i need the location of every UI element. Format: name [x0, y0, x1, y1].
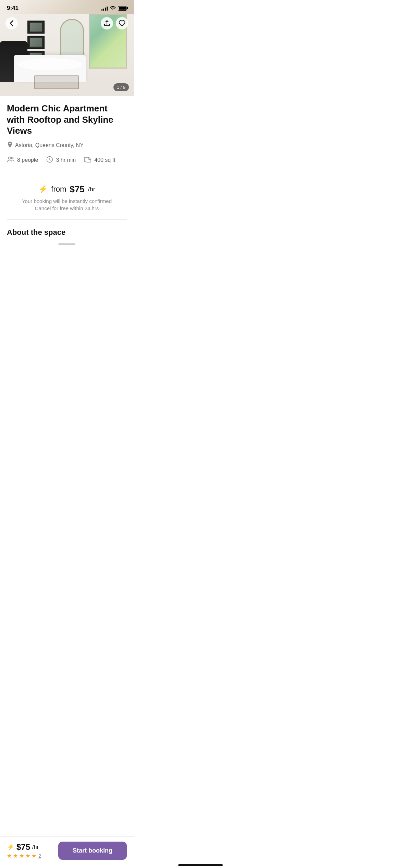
image-counter: 1 / 9	[113, 83, 129, 91]
about-title: About the space	[7, 228, 127, 237]
spec-area-text: 400 sq ft	[94, 157, 115, 163]
favorite-button[interactable]	[116, 17, 128, 29]
svg-point-1	[12, 157, 13, 159]
cancel-policy-text: Cancel for free within 24 hrs	[14, 205, 120, 211]
people-icon	[7, 156, 14, 164]
signal-icon	[101, 6, 108, 11]
svg-point-0	[9, 157, 11, 159]
spec-people: 8 people	[7, 156, 38, 164]
price-unit: /hr	[88, 186, 95, 193]
price-from-label: from	[51, 185, 66, 194]
about-section: About the space	[7, 228, 127, 278]
location-text: Astoria, Queens County, NY	[15, 142, 84, 148]
status-icons	[101, 5, 127, 11]
spec-people-text: 8 people	[17, 157, 38, 163]
status-time: 9:41	[7, 5, 19, 12]
hero-image	[0, 0, 134, 96]
listing-location: Astoria, Queens County, NY	[7, 141, 127, 150]
hero-image-container: 1 / 9	[0, 0, 134, 96]
price-value: $75	[70, 184, 84, 195]
spec-duration-text: 3 hr min	[56, 157, 76, 163]
divider-2	[7, 219, 127, 220]
instant-confirm-text: Your booking will be instantly confirmed	[14, 198, 120, 204]
lightning-icon: ⚡	[38, 185, 48, 194]
listing-title: Modern Chic Apartment with Rooftop and S…	[7, 103, 127, 136]
spec-area: 400 sq ft	[84, 156, 115, 165]
pricing-section: ⚡ from $75 /hr Your booking will be inst…	[7, 181, 127, 219]
wifi-icon	[110, 5, 116, 11]
location-icon	[7, 141, 13, 150]
status-bar: 9:41	[0, 0, 134, 14]
battery-icon	[118, 6, 127, 11]
share-button[interactable]	[101, 17, 113, 29]
back-button[interactable]	[5, 17, 18, 29]
divider-1	[0, 173, 134, 173]
listing-specs: 8 people 3 hr min 400 sq ft	[7, 156, 127, 165]
pricing-row: ⚡ from $75 /hr	[14, 184, 120, 195]
clock-icon	[46, 156, 53, 165]
spec-duration: 3 hr min	[46, 156, 76, 165]
scroll-indicator	[58, 243, 75, 245]
listing-content: Modern Chic Apartment with Rooftop and S…	[0, 96, 134, 278]
area-icon	[84, 156, 92, 165]
